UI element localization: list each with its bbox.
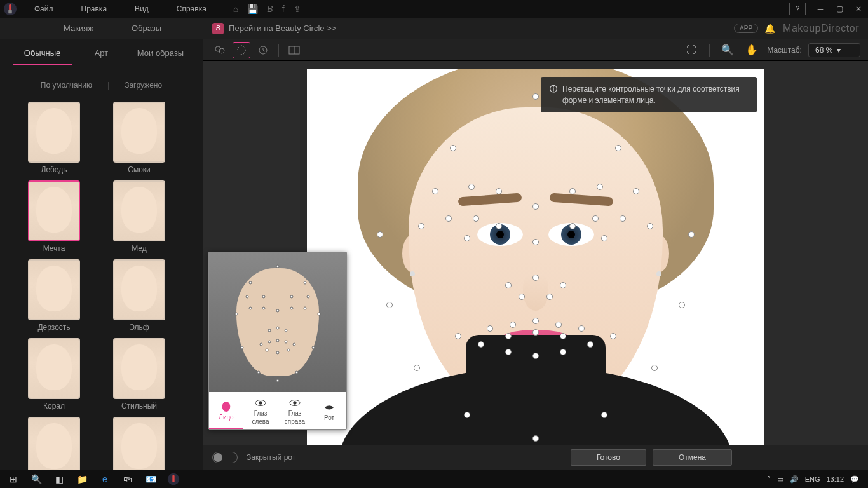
mini-control-point[interactable]: [304, 281, 307, 285]
control-point[interactable]: [601, 235, 607, 241]
mini-control-point[interactable]: [235, 312, 238, 315]
mini-preview[interactable]: [209, 252, 346, 392]
control-point[interactable]: [519, 294, 525, 300]
filter-default[interactable]: По умолчанию: [25, 81, 107, 90]
control-point[interactable]: [597, 184, 603, 190]
tool-face-points[interactable]: [233, 42, 250, 58]
control-point[interactable]: [505, 282, 512, 288]
control-point[interactable]: [532, 329, 539, 336]
mini-control-point[interactable]: [304, 307, 307, 310]
edge-icon[interactable]: e: [94, 471, 116, 487]
mode-looks[interactable]: Образы: [112, 18, 180, 39]
mini-tab-left-eye[interactable]: Глазслева: [243, 392, 278, 429]
preset-item[interactable]: Мечта: [19, 180, 89, 253]
mini-control-point[interactable]: [295, 371, 299, 374]
mini-control-point[interactable]: [262, 295, 266, 299]
mini-control-point[interactable]: [246, 295, 249, 299]
maximize-button[interactable]: ▢: [830, 0, 849, 18]
sidebar-tab-normal[interactable]: Обычные: [13, 42, 72, 65]
preset-item[interactable]: Дерзость: [19, 259, 89, 332]
mini-control-point[interactable]: [317, 312, 320, 315]
closed-mouth-toggle[interactable]: [212, 452, 238, 463]
control-point[interactable]: [560, 333, 566, 339]
mini-control-point[interactable]: [257, 371, 260, 374]
control-point[interactable]: [464, 235, 470, 241]
mini-tab-face[interactable]: Лицо: [209, 392, 243, 429]
mini-control-point[interactable]: [276, 326, 280, 329]
bc-icon[interactable]: B: [267, 4, 273, 14]
control-point[interactable]: [455, 333, 461, 339]
control-point[interactable]: [496, 188, 502, 194]
mini-control-point[interactable]: [290, 307, 293, 310]
control-point[interactable]: [414, 365, 420, 371]
control-point[interactable]: [679, 302, 685, 308]
close-button[interactable]: ✕: [849, 0, 868, 18]
preset-item[interactable]: Корал: [19, 338, 89, 410]
control-point[interactable]: [620, 215, 626, 222]
mini-control-point[interactable]: [284, 340, 287, 343]
control-point[interactable]: [532, 93, 539, 100]
filter-downloaded[interactable]: Загружено: [109, 81, 177, 90]
control-point[interactable]: [578, 325, 585, 332]
preset-item[interactable]: Рокер: [19, 417, 89, 470]
beauty-circle-link[interactable]: B Перейти на Beauty Circle >>: [212, 23, 336, 34]
facebook-icon[interactable]: f: [282, 4, 285, 14]
control-point[interactable]: [532, 353, 539, 359]
mini-tab-right-eye[interactable]: Глазсправа: [278, 392, 312, 429]
mini-control-point[interactable]: [276, 265, 280, 268]
mini-control-point[interactable]: [292, 343, 295, 346]
control-point[interactable]: [432, 188, 438, 194]
save-icon[interactable]: 💾: [247, 4, 258, 14]
help-button[interactable]: ?: [789, 3, 806, 15]
control-point[interactable]: [532, 239, 539, 245]
control-point[interactable]: [505, 333, 512, 339]
mini-control-point[interactable]: [284, 329, 287, 332]
control-point[interactable]: [532, 203, 539, 210]
control-point[interactable]: [377, 231, 383, 238]
control-point[interactable]: [478, 341, 484, 348]
tool-compare[interactable]: [285, 42, 303, 58]
control-point[interactable]: [615, 145, 621, 151]
preset-item[interactable]: 40-е: [104, 417, 174, 470]
menu-file[interactable]: Файл: [20, 0, 67, 18]
control-point[interactable]: [560, 282, 566, 288]
control-point[interactable]: [510, 322, 516, 328]
mini-control-point[interactable]: [312, 346, 315, 349]
tray-up-icon[interactable]: ˄: [767, 475, 771, 484]
mail-icon[interactable]: 📧: [140, 471, 161, 487]
control-point[interactable]: [418, 223, 424, 229]
menu-view[interactable]: Вид: [121, 0, 163, 18]
tray-network-icon[interactable]: ▭: [777, 475, 783, 484]
mini-control-point[interactable]: [265, 349, 268, 352]
preset-item[interactable]: Лебедь: [19, 102, 89, 174]
control-point[interactable]: [496, 223, 502, 229]
preset-item[interactable]: Стильный: [104, 338, 174, 410]
control-point[interactable]: [560, 349, 566, 355]
control-point[interactable]: [532, 274, 539, 281]
app-badge[interactable]: APP: [734, 24, 758, 33]
control-point[interactable]: [569, 188, 576, 194]
control-point[interactable]: [487, 325, 493, 332]
search-icon[interactable]: 🔍: [25, 471, 47, 487]
mini-control-point[interactable]: [287, 349, 290, 352]
control-point[interactable]: [647, 223, 653, 229]
canvas[interactable]: ⓘ Перетащите контрольные точки для соотв…: [203, 61, 868, 470]
mini-control-point[interactable]: [306, 295, 309, 299]
task-view-icon[interactable]: ◧: [48, 471, 70, 487]
mini-control-point[interactable]: [268, 329, 271, 332]
mode-makeup[interactable]: Макияж: [44, 18, 112, 39]
mini-control-point[interactable]: [276, 339, 280, 342]
start-button[interactable]: ⊞: [3, 471, 24, 487]
mini-control-point[interactable]: [276, 351, 280, 355]
explorer-icon[interactable]: 📁: [71, 471, 93, 487]
app-taskbar-icon[interactable]: [163, 471, 184, 487]
tool-history[interactable]: [254, 42, 272, 58]
tray-volume-icon[interactable]: 🔊: [790, 475, 799, 484]
control-point[interactable]: [464, 412, 470, 418]
control-point[interactable]: [505, 349, 512, 355]
tray-notifications-icon[interactable]: 💬: [850, 475, 859, 484]
mini-control-point[interactable]: [260, 343, 263, 346]
control-point[interactable]: [555, 322, 562, 328]
control-point[interactable]: [688, 231, 695, 238]
home-icon[interactable]: ⌂: [233, 4, 238, 14]
